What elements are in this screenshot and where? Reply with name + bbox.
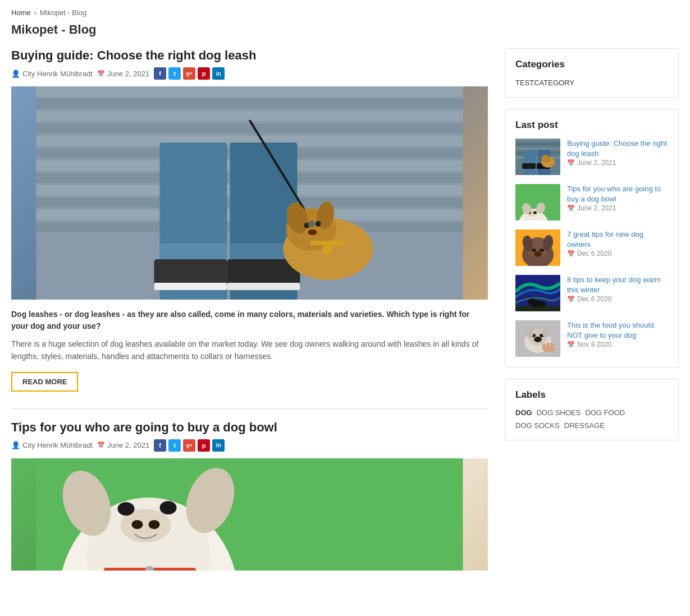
svg-rect-87	[542, 344, 546, 350]
last-post-info-2: 7 great tips for new dog owners 📅 Dec 6 …	[567, 229, 668, 258]
svg-rect-3	[36, 111, 463, 121]
categories-title: Categories	[515, 59, 668, 70]
share-facebook[interactable]: f	[154, 67, 166, 80]
svg-point-70	[540, 249, 544, 252]
share-pinterest-2[interactable]: p	[198, 439, 210, 452]
labels-title: Labels	[515, 389, 668, 401]
last-post-date-3: 📅 Dec 6 2020	[567, 295, 668, 303]
svg-point-28	[308, 229, 317, 235]
article-image-dog-bowl	[11, 458, 488, 571]
page-wrapper: Home › Mikopet - Blog Mikopet - Blog Buy…	[0, 0, 690, 596]
share-pinterest[interactable]: p	[198, 67, 210, 80]
share-googleplus[interactable]: g+	[183, 67, 195, 80]
last-post-thumb-2	[515, 229, 560, 266]
share-twitter-2[interactable]: t	[168, 439, 181, 452]
last-post-info-1: Tips for you who are going to buy a dog …	[567, 184, 668, 212]
share-googleplus-2[interactable]: g+	[183, 439, 195, 452]
svg-rect-47	[515, 148, 560, 150]
last-post-thumb-0	[515, 139, 560, 175]
svg-point-61	[533, 212, 537, 214]
label-dog-food[interactable]: DOG FOOD	[585, 408, 625, 417]
breadcrumb-current: Mikopet - Blog	[40, 8, 86, 17]
cal-icon-4: 📅	[567, 341, 575, 348]
svg-rect-86	[550, 343, 554, 350]
article-divider	[11, 408, 488, 409]
share-linkedin[interactable]: in	[212, 67, 225, 80]
svg-point-31	[308, 220, 315, 227]
last-post-item-1: Tips for you who are going to buy a dog …	[515, 184, 668, 220]
svg-rect-19	[154, 283, 227, 290]
last-post-date-4: 📅 Nov 8 2020	[567, 341, 668, 348]
svg-rect-1	[36, 86, 463, 96]
last-post-link-2[interactable]: 7 great tips for new dog owners	[567, 230, 643, 249]
share-twitter[interactable]: t	[168, 67, 181, 80]
label-dog-socks[interactable]: DOG SOCKS	[515, 421, 560, 430]
svg-point-83	[534, 337, 542, 342]
last-post-item-4: This is the food you should NOT give to …	[515, 320, 668, 357]
svg-point-36	[132, 520, 143, 529]
person-icon-2: 👤	[11, 441, 20, 449]
calendar-icon: 📅	[97, 70, 105, 77]
article-summary: There is a huge selection of dog leashes…	[11, 338, 488, 363]
last-post-link-4[interactable]: This is the food you should NOT give to …	[567, 321, 654, 339]
svg-point-71	[534, 251, 542, 257]
last-post-info-3: 8 tips to keep your dog warm this winter…	[567, 275, 668, 303]
svg-point-39	[160, 501, 177, 514]
svg-rect-50	[524, 150, 536, 175]
last-post-thumb-3	[515, 275, 560, 311]
svg-rect-45	[515, 139, 560, 141]
label-dressage[interactable]: DRESSAGE	[564, 421, 605, 430]
cal-icon-1: 📅	[567, 205, 575, 212]
article-dog-bowl: Tips for you who are going to buy a dog …	[11, 420, 488, 571]
article-image-dog-leash	[11, 86, 488, 300]
article-summary-bold: Dog leashes - or dog leashes - as they a…	[11, 309, 488, 332]
svg-rect-4	[36, 123, 463, 134]
last-post-link-1[interactable]: Tips for you who are going to buy a dog …	[567, 185, 661, 203]
last-post-info-0: Buying guide: Choose the right dog leash…	[567, 139, 668, 167]
svg-point-38	[118, 502, 135, 516]
article-date-2: 📅 June 2, 2021	[97, 441, 149, 449]
breadcrumb-separator: ›	[34, 8, 36, 17]
breadcrumb: Home › Mikopet - Blog	[11, 8, 679, 17]
article-author: 👤 City Henrik Mühlbradt	[11, 70, 93, 78]
article-dog-leash: Buying guide: Choose the right dog leash…	[11, 48, 488, 392]
last-post-card: Last post	[505, 109, 679, 367]
article-meta-dog-bowl: 👤 City Henrik Mühlbradt 📅 June 2, 2021 f…	[11, 439, 488, 452]
share-facebook-2[interactable]: f	[154, 439, 166, 452]
svg-point-37	[149, 520, 160, 529]
last-post-link-0[interactable]: Buying guide: Choose the right dog leash	[567, 139, 667, 158]
author-name: City Henrik Mühlbradt	[22, 70, 93, 78]
last-post-title: Last post	[515, 119, 668, 131]
categories-card: Categories TESTCATEGORY	[505, 48, 679, 98]
social-icons: f t g+ p in	[154, 67, 225, 80]
last-post-thumb-1	[515, 184, 560, 220]
layout: Buying guide: Choose the right dog leash…	[11, 48, 679, 587]
cal-icon-0: 📅	[567, 159, 575, 167]
read-more-button-dog-leash[interactable]: READ MORE	[11, 372, 78, 392]
last-post-item-3: 8 tips to keep your dog warm this winter…	[515, 275, 668, 311]
last-post-link-3[interactable]: 8 tips to keep your dog warm this winter	[567, 275, 661, 294]
article-date: 📅 June 2, 2021	[97, 70, 149, 78]
svg-rect-52	[522, 163, 536, 169]
svg-rect-2	[36, 99, 463, 109]
svg-point-30	[323, 243, 332, 255]
date-text: June 2, 2021	[107, 70, 149, 78]
labels-list: DOG DOG SHOES DOG FOOD DOG SOCKS DRESSAG…	[515, 408, 668, 430]
page-title: Mikopet - Blog	[11, 22, 679, 37]
person-icon: 👤	[11, 70, 20, 78]
label-dog-shoes[interactable]: DOG SHOES	[537, 408, 581, 417]
sidebar: Categories TESTCATEGORY Last post	[505, 48, 679, 587]
svg-point-69	[532, 249, 536, 252]
last-post-item-0: Buying guide: Choose the right dog leash…	[515, 139, 668, 175]
calendar-icon-2: 📅	[97, 442, 105, 449]
category-testcategory[interactable]: TESTCATEGORY	[515, 79, 574, 87]
author-name-2: City Henrik Mühlbradt	[22, 441, 93, 449]
cal-icon-2: 📅	[567, 250, 575, 258]
breadcrumb-home[interactable]: Home	[11, 8, 31, 17]
date-text-2: June 2, 2021	[107, 441, 149, 449]
label-dog[interactable]: DOG	[515, 408, 532, 417]
article-meta-dog-leash: 👤 City Henrik Mühlbradt 📅 June 2, 2021 f…	[11, 67, 488, 80]
share-linkedin-2[interactable]: in	[212, 439, 225, 452]
last-post-thumb-4	[515, 320, 560, 357]
svg-rect-85	[546, 343, 550, 350]
